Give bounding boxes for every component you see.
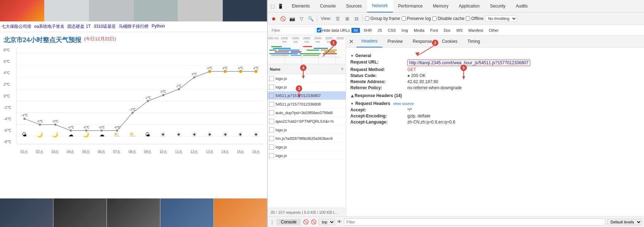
network-row-6[interactable]: logo.js [268,126,346,134]
top-image-3 [89,0,134,21]
network-row-9[interactable]: logo.js [268,151,346,160]
svg-point-18 [178,88,180,90]
detail-tab-cookies[interactable]: Cookies [437,36,462,47]
accept-language-row: Accept-Language: zh-CN,zh;q=0.9,en;q=0.8 [350,120,640,125]
svg-point-13 [101,130,103,132]
view-small-btn[interactable]: ⊟ [352,15,360,22]
nav-link-3[interactable]: 固态硬盘 1T [67,24,91,30]
top-image-4 [134,0,178,21]
view-source-link[interactable]: view source [393,101,414,106]
general-section-header[interactable]: ▼ General [350,53,640,58]
accept-language-key: Accept-Language: [350,120,407,125]
svg-text:-6℃: -6℃ [83,125,89,129]
network-row-4[interactable]: auto_dup?psi=3d1f856ec0799d6 [268,109,346,117]
network-row-0[interactable]: logo.js [268,74,346,83]
request-url-value: http://tianqi.2345.com/t/wea_hour_js/545… [407,60,530,66]
camera-btn[interactable]: 📷 [288,15,296,22]
bottom-image-2 [53,198,107,227]
levels-select[interactable]: Default levels [607,219,642,225]
filter-media-btn[interactable]: Media [412,28,427,33]
detail-tab-response[interactable]: Response [408,36,437,47]
filter-ws-btn[interactable]: WS [454,28,465,33]
filter-btn[interactable]: ▽ [298,15,305,22]
view-label: View: [319,16,333,21]
cursor-icon[interactable]: ⬚ [269,2,276,10]
eye-icon[interactable]: 👁 [337,219,342,225]
tab-sources[interactable]: Sources [341,0,367,12]
svg-text:☀: ☀ [207,132,212,137]
network-row-7[interactable]: hm.js?a3f2879f6b3620a363bec6 [268,134,346,143]
tab-memory[interactable]: Memory [428,0,454,12]
nav-link-1[interactable]: 七大保险公司排 [1,24,31,30]
filter-js-btn[interactable]: JS [375,28,384,33]
request-headers-section-header[interactable]: ▼ Request Headers view source [350,101,640,106]
network-row-2[interactable]: 54511.js?1577012336807 [268,91,346,100]
accept-language-value: zh-CN,zh;q=0.9,en;q=0.8 [407,120,455,125]
tab-network[interactable]: Network [367,0,393,12]
detail-tab-timing[interactable]: Timing [462,36,485,47]
filter-all-btn[interactable]: All [351,28,360,33]
context-select[interactable]: top [319,219,335,225]
row-name-9: logo.js [275,153,287,158]
bottom-filter-input[interactable] [344,218,605,226]
nav-link-4[interactable]: 3310诺基亚 [94,24,116,30]
tab-console[interactable]: Console [315,0,341,12]
record-btn[interactable]: ⏺ [270,15,278,22]
network-row-3[interactable]: 54511.js?1577012336808 [268,100,346,109]
bottom-clear-icon[interactable]: 🚫 [311,219,316,225]
svg-text:☁: ☁ [99,132,104,137]
network-row-5[interactable]: ajax21?uld2=SPTNPQRLSX&r=h [268,117,346,126]
filter-xhr-btn[interactable]: XHR [361,28,374,33]
svg-rect-70 [271,55,289,56]
bottom-menu-icon[interactable]: ⋮ [270,219,274,225]
filter-css-btn[interactable]: CSS [386,28,398,33]
disable-cache-checkbox[interactable] [432,16,437,21]
tab-security[interactable]: Security [485,0,511,12]
request-url-row: Request URL: http://tianqi.2345.com/t/we… [350,60,640,66]
tab-application[interactable]: Application [454,0,485,12]
svg-rect-57 [273,48,291,49]
mobile-icon[interactable]: 📱 [277,2,284,10]
view-list-btn[interactable]: ☰ [334,15,342,22]
nav-link-2[interactable]: oa系统电子签名 [34,24,65,30]
filter-other-btn[interactable]: Other [487,28,501,33]
stop-btn[interactable]: 🚫 [279,15,287,22]
view-large-btn[interactable]: ⊞ [343,15,351,22]
tab-audits[interactable]: Audits [511,0,533,12]
search-btn[interactable]: 🔍 [307,15,315,22]
preserve-log-checkbox[interactable] [402,16,406,21]
row-checkbox-9 [269,153,274,158]
devtools-panel: ⬚ 📱 Elements Console Sources Network Per… [267,0,644,227]
tab-elements[interactable]: Elements [287,0,315,12]
console-tab-btn[interactable]: Console [277,219,301,225]
filter-manifest-btn[interactable]: Manifest [466,28,485,33]
hide-data-urls-checkbox[interactable] [317,28,321,32]
nav-link-5[interactable]: 马桶牌子排行榜 [119,24,149,30]
detail-tab-preview[interactable]: Preview [382,36,408,47]
tab-performance[interactable]: Performance [393,0,428,12]
group-by-frame-checkbox[interactable] [365,16,369,21]
group-by-frame-group: Group by frame [365,16,400,21]
referrer-policy-value: no-referrer-when-downgrade [407,85,462,90]
detail-tab-headers[interactable]: Headers [356,36,382,47]
filter-font-btn[interactable]: Font [428,28,440,33]
chart-main: -4℃ -5℃ -5℃ -6℃ -6℃ -6℃ -6℃ -3℃ -1℃ 0℃ 1… [16,48,264,144]
network-rows[interactable]: logo.js logo.js 54511.js?1577012336807 5… [268,74,346,208]
throttling-select[interactable]: No throttling [485,15,517,22]
preserve-log-group: Preserve log [402,16,431,21]
svg-text:-6℃: -6℃ [98,125,105,129]
nav-link-6[interactable]: Python [151,24,165,30]
filter-bar: Hide data URLs All XHR JS CSS Img Media … [268,25,644,36]
close-details-btn[interactable]: ✕ [346,36,356,47]
svg-rect-71 [291,55,302,56]
toolbar-divider-1 [317,15,317,22]
bottom-stop-icon[interactable]: 🚫 [303,219,309,225]
offline-checkbox[interactable] [466,16,470,21]
filter-img-btn[interactable]: Img [400,28,410,33]
filter-doc-btn[interactable]: Doc [442,28,453,33]
svg-rect-56 [271,46,282,47]
response-headers-section-header[interactable]: ▶ Response Headers (14) [350,93,640,98]
filter-input[interactable] [269,26,315,34]
network-row-1[interactable]: logo.js [268,83,346,91]
network-row-8[interactable]: logo.js [268,143,346,151]
